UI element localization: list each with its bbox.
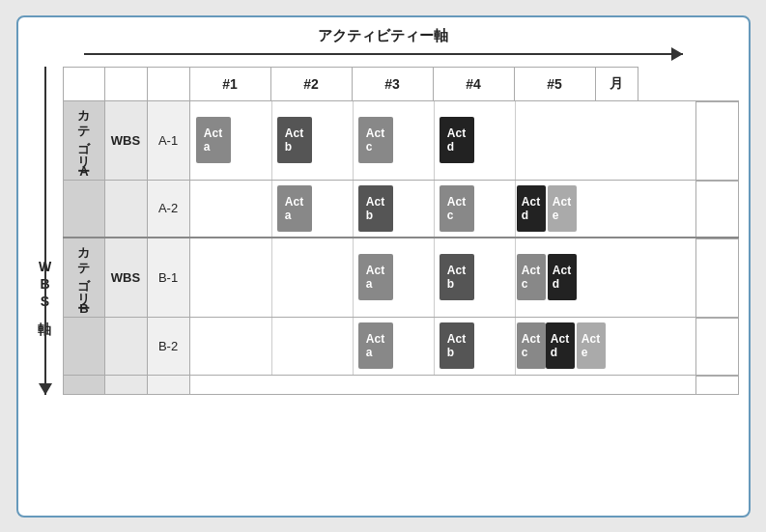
- month-a1: [696, 101, 739, 180]
- row-a2: A-2 Acta Actb Actc: [63, 181, 739, 238]
- bottom-row: [63, 376, 739, 395]
- main-area: WBS軸 #1 #2 #3 #4 #5 月: [28, 67, 739, 506]
- bottom-month: [696, 376, 739, 394]
- cat-a-filler: [63, 181, 105, 237]
- cat-b-cell: カテゴリーB: [63, 238, 105, 317]
- bottom-id: [148, 376, 190, 394]
- act-b1-b: Actb: [440, 254, 474, 300]
- id-a2: A-2: [148, 181, 190, 237]
- act-a2-d: Actd: [517, 185, 546, 232]
- header-col1: #1: [190, 67, 271, 100]
- wbs-b1: WBS: [105, 238, 148, 317]
- grid-container: #1 #2 #3 #4 #5 月 カテゴリーA WBS A-1: [63, 67, 739, 506]
- acts-b2: Acta Actb Actc Actd Acte: [190, 318, 696, 375]
- header-col3: #3: [353, 67, 434, 100]
- act-a2-a: Acta: [277, 185, 312, 232]
- top-axis-arrow-line: [84, 53, 683, 55]
- bottom-wbs: [105, 376, 148, 394]
- id-a1: A-1: [148, 101, 190, 180]
- wbs-a2: [105, 181, 148, 237]
- bottom-acts: [190, 376, 696, 394]
- acts-b1: Acta Actb Actc Actd: [190, 238, 696, 317]
- header-col4: #4: [434, 67, 515, 100]
- act-a1-d: Actd: [440, 117, 474, 163]
- row-a1: カテゴリーA WBS A-1 Acta: [63, 101, 739, 181]
- act-b2-c: Actc: [517, 322, 546, 369]
- section-a: カテゴリーA WBS A-1 Acta: [63, 101, 739, 238]
- act-a2-b: Actb: [358, 185, 393, 232]
- top-axis: アクティビティー軸: [28, 27, 739, 63]
- top-axis-label: アクティビティー軸: [318, 27, 448, 45]
- left-axis: WBS軸: [28, 67, 63, 506]
- act-a1-a: Acta: [196, 117, 231, 163]
- act-b2-a: Acta: [358, 322, 393, 369]
- header-col2: #2: [271, 67, 353, 100]
- month-a2: [696, 181, 739, 237]
- header-id: [148, 67, 190, 100]
- month-b2: [696, 318, 739, 375]
- cat-b-filler: [63, 318, 105, 375]
- id-b1: B-1: [148, 238, 190, 317]
- header-row: #1 #2 #3 #4 #5 月: [63, 67, 739, 101]
- cat-a-cell: カテゴリーA: [63, 101, 105, 180]
- top-axis-arrow: [84, 45, 683, 63]
- acts-a1: Acta Actb Actc Actd: [190, 101, 696, 180]
- left-axis-arrow: [44, 67, 46, 395]
- act-b2-b: Actb: [440, 322, 474, 369]
- act-b1-c: Actc: [517, 254, 546, 300]
- row-b1: カテゴリーB WBS B-1 Acta Actb: [63, 238, 739, 318]
- header-month: 月: [596, 67, 638, 100]
- wbs-a1: WBS: [105, 101, 148, 180]
- wbs-b2: [105, 318, 148, 375]
- act-b1-d: Actd: [548, 254, 577, 300]
- month-b1: [696, 238, 739, 317]
- act-a2-c: Actc: [440, 185, 474, 232]
- act-a2-e: Acte: [548, 185, 577, 232]
- section-b: カテゴリーB WBS B-1 Acta Actb: [63, 238, 739, 376]
- id-b2: B-2: [148, 318, 190, 375]
- main-frame: アクティビティー軸 WBS軸 #1 #2 #3 #4 #5 月: [16, 15, 751, 518]
- header-col5: #5: [515, 67, 596, 100]
- act-a1-c: Actc: [358, 117, 393, 163]
- act-b1-a: Acta: [358, 254, 393, 300]
- act-b2-d: Actd: [546, 322, 575, 369]
- acts-a2: Acta Actb Actc Actd Acte: [190, 181, 696, 237]
- act-a1-b: Actb: [277, 117, 312, 163]
- data-rows: カテゴリーA WBS A-1 Acta: [63, 101, 739, 506]
- header-cat: [63, 67, 105, 100]
- act-b2-e: Acte: [577, 322, 606, 369]
- header-wbs: [105, 67, 148, 100]
- row-b2: B-2 Acta Actb Actc: [63, 318, 739, 376]
- bottom-cat: [63, 376, 105, 394]
